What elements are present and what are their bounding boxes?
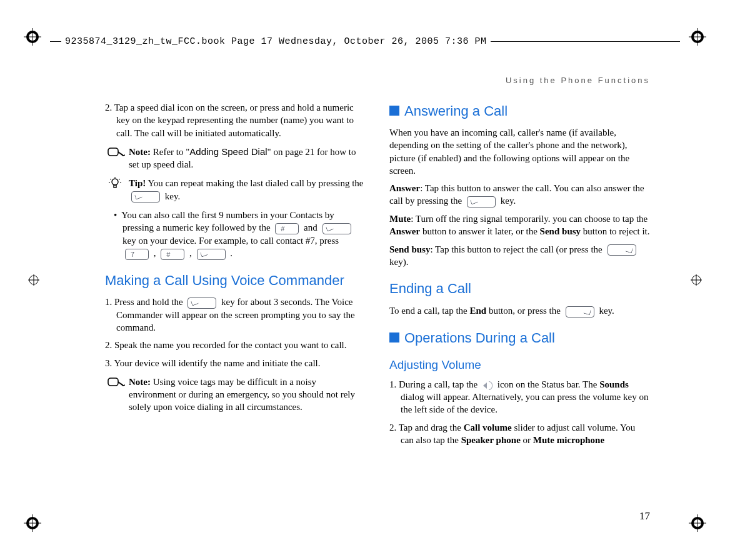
- hash-key-icon: #: [275, 223, 299, 234]
- bullet-contacts: • You can also call the first 9 numbers …: [105, 209, 366, 260]
- voice-step-1: 1. Press and hold the key for about 3 se…: [105, 296, 366, 334]
- svg-rect-30: [108, 378, 118, 386]
- talk-key-icon-3: [197, 249, 226, 260]
- sendbusy-text-post: key).: [389, 257, 408, 267]
- tip-label: Tip!: [129, 178, 146, 188]
- talk-key-icon: [131, 191, 160, 202]
- end-key-icon: [608, 244, 636, 256]
- vol1-mid: icon on the Status bar. The: [495, 379, 599, 389]
- mute-text-pre: : Turn off the ring signal temporarily. …: [411, 214, 648, 224]
- voice-step-2: 2. Speak the name you recorded for the c…: [105, 339, 366, 351]
- sendbusy-label: Send busy: [389, 244, 430, 254]
- left-column: 2. Tap a speed dial icon on the screen, …: [105, 75, 366, 504]
- tip-text-pre: You can repeat making the last dialed ca…: [146, 178, 363, 188]
- registration-mark-right: [691, 274, 702, 286]
- tip-text-post: key.: [162, 191, 180, 201]
- note2-text: Using voice tags may be difficult in a n…: [129, 377, 355, 412]
- answer-text-post: key.: [498, 196, 516, 206]
- ending-text: To end a call, tap the End button, or pr…: [389, 304, 650, 318]
- svg-point-23: [112, 179, 118, 185]
- step-2: 2. Tap a speed dial icon on the screen, …: [105, 101, 366, 139]
- section-square-icon-2: [389, 332, 399, 342]
- answer-text-pre: : Tap this button to answer the call. Yo…: [389, 183, 644, 206]
- note-link: Adding Speed Dial: [189, 146, 267, 157]
- heading-answering-call: Answering a Call: [389, 102, 650, 121]
- note-block-2: Note: Using voice tags may be difficult …: [111, 376, 366, 414]
- svg-line-26: [110, 179, 111, 180]
- section-square-icon: [389, 106, 399, 116]
- note-icon: [108, 146, 125, 158]
- ending-mid: button, or press the: [486, 306, 562, 316]
- ending-bold: End: [469, 306, 486, 316]
- page-body: 2. Tap a speed dial icon on the screen, …: [105, 75, 650, 504]
- answer-intro: When you have an incoming call, caller's…: [389, 126, 650, 177]
- seven-key-icon: 7: [125, 249, 149, 260]
- mute-text-mid: button to answer it later, or the: [420, 226, 539, 236]
- vol-step-2: 2. Tap and drag the Call volume slider t…: [389, 421, 650, 447]
- voice-1-pre: 1. Press and hold the: [105, 297, 185, 307]
- note2-label: Note:: [129, 377, 151, 387]
- note-block-1: Note: Refer to "Adding Speed Dial" on pa…: [111, 146, 366, 171]
- svg-rect-22: [108, 148, 118, 156]
- heading-operations: Operations During a Call: [389, 329, 650, 348]
- vol2-or: or: [521, 435, 533, 445]
- talk-key-icon-4: [188, 298, 216, 309]
- note-text-pre: Refer to ": [151, 147, 189, 157]
- heading-adjusting-volume: Adjusting Volume: [389, 357, 650, 373]
- talk-key-icon-2: [322, 223, 351, 234]
- vol2-b3: Mute microphone: [533, 435, 604, 445]
- framemaker-header-text: 9235874_3129_zh_tw_FCC.book Page 17 Wedn…: [61, 36, 491, 47]
- ending-pre: To end a call, tap the: [389, 306, 469, 316]
- answer-label: Answer: [389, 183, 420, 193]
- heading-operations-text: Operations During a Call: [404, 329, 555, 348]
- mute-option: Mute: Turn off the ring signal temporari…: [389, 212, 650, 238]
- framemaker-header: 9235874_3129_zh_tw_FCC.book Page 17 Wedn…: [50, 32, 680, 50]
- heading-voice-commander: Making a Call Using Voice Commander: [105, 271, 366, 290]
- sendbusy-option: Send busy: Tap this button to reject the…: [389, 243, 650, 269]
- mute-label: Mute: [389, 214, 411, 224]
- svg-rect-24: [114, 185, 116, 188]
- vol2-b1: Call volume: [464, 422, 512, 432]
- vol1-pre: 1. During a call, tap the: [389, 379, 480, 389]
- vol-step-1: 1. During a call, tap the icon on the St…: [389, 378, 650, 416]
- answer-option: Answer: Tap this button to answer the ca…: [389, 182, 650, 208]
- note-label: Note:: [129, 147, 151, 157]
- mute-text-post: button to reject it.: [581, 226, 649, 236]
- bullet-mid2: key on your device. For example, to call…: [122, 236, 339, 246]
- right-column: Using the Phone Functions Answering a Ca…: [389, 75, 650, 504]
- mute-answer-bold: Answer: [389, 226, 420, 236]
- heading-answering-call-text: Answering a Call: [404, 102, 508, 121]
- sendbusy-text-pre: : Tap this button to reject the call (or…: [430, 244, 604, 254]
- heading-ending-call: Ending a Call: [389, 279, 650, 298]
- end-key-icon-2: [566, 306, 594, 318]
- page-number: 17: [639, 510, 650, 522]
- running-head: Using the Phone Functions: [389, 75, 650, 86]
- vol1-post: dialog will appear. Alternatively, you c…: [401, 392, 648, 414]
- registration-mark-bottom-right: [689, 514, 706, 532]
- vol2-pre: 2. Tap and drag the: [389, 422, 464, 432]
- mute-sendbusy-bold: Send busy: [540, 226, 581, 236]
- registration-mark-bottom-left: [24, 514, 41, 532]
- talk-key-icon-5: [467, 196, 496, 208]
- bullet-mid: and: [301, 222, 319, 232]
- voice-step-3: 3. Your device will identify the name an…: [105, 357, 366, 369]
- hash-key-icon-2: #: [161, 249, 184, 260]
- volume-icon: [482, 381, 492, 391]
- note-icon-2: [108, 376, 125, 388]
- svg-line-27: [119, 179, 120, 180]
- registration-mark-left: [28, 274, 39, 286]
- vol2-b2: Speaker phone: [461, 435, 521, 445]
- registration-mark-top-right: [689, 28, 706, 46]
- tip-icon: [108, 177, 125, 189]
- tip-block: Tip! You can repeat making the last dial…: [111, 177, 366, 202]
- registration-mark-top-left: [24, 28, 41, 46]
- vol1-bold: Sounds: [599, 379, 629, 389]
- ending-post: key.: [597, 306, 614, 316]
